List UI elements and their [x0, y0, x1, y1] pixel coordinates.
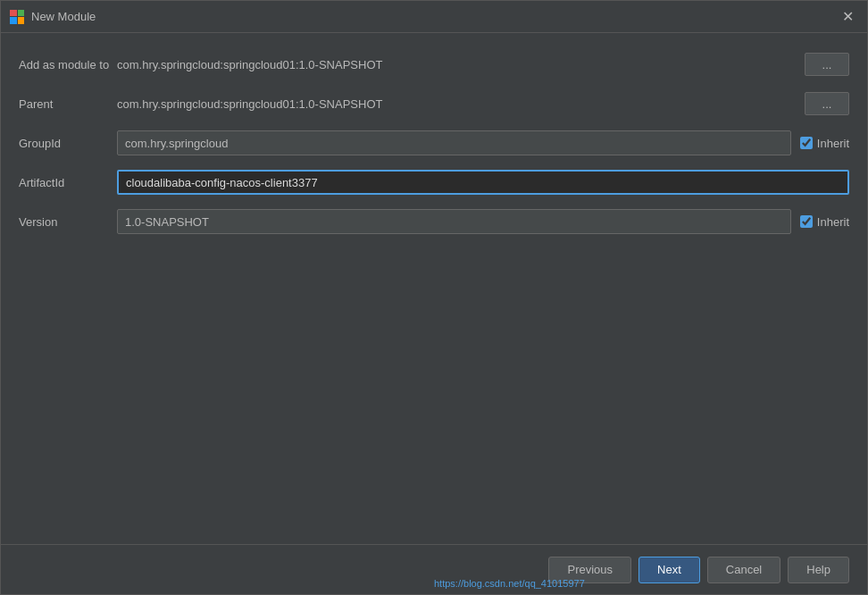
cancel-button[interactable]: Cancel [707, 557, 780, 583]
footer-link[interactable]: https://blog.csdn.net/qq_41015977 [434, 578, 585, 589]
content-spacer [19, 247, 849, 544]
group-id-inherit-label: Inherit [817, 137, 849, 150]
add-module-value: com.hry.springcloud:springcloud01:1.0-SN… [117, 58, 796, 71]
version-inherit-label: Inherit [817, 215, 849, 229]
version-input-container: Inherit [117, 209, 849, 234]
artifact-id-row: ArtifactId [19, 169, 849, 196]
artifact-id-label: ArtifactId [19, 176, 117, 189]
version-label: Version [19, 215, 117, 229]
footer: https://blog.csdn.net/qq_41015977 Previo… [1, 544, 867, 594]
add-module-value-container: com.hry.springcloud:springcloud01:1.0-SN… [117, 53, 849, 76]
add-module-label: Add as module to [19, 58, 117, 71]
parent-row: Parent com.hry.springcloud:springcloud01… [19, 90, 849, 117]
group-id-inherit-checkbox[interactable] [800, 137, 813, 149]
close-button[interactable]: ✕ [837, 6, 858, 28]
version-input[interactable] [117, 209, 791, 234]
artifact-id-input[interactable] [117, 170, 849, 195]
version-inherit-checkbox[interactable] [800, 215, 813, 228]
window: New Module ✕ Add as module to com.hry.sp… [0, 0, 868, 595]
group-id-row: GroupId Inherit [19, 130, 849, 156]
group-id-input-container: Inherit [117, 130, 849, 155]
help-button[interactable]: Help [788, 557, 849, 583]
version-inherit-row: Inherit [800, 215, 849, 229]
window-title: New Module [31, 10, 96, 23]
artifact-id-input-container [117, 170, 849, 195]
add-module-browse-button[interactable]: ... [805, 53, 849, 76]
module-icon [10, 10, 24, 24]
group-id-input[interactable] [117, 130, 791, 155]
close-icon: ✕ [842, 8, 854, 25]
add-module-row: Add as module to com.hry.springcloud:spr… [19, 51, 849, 78]
parent-value: com.hry.springcloud:springcloud01:1.0-SN… [117, 97, 796, 111]
form-area: Add as module to com.hry.springcloud:spr… [19, 51, 849, 247]
title-bar-left: New Module [10, 10, 96, 24]
group-id-label: GroupId [19, 137, 117, 150]
parent-value-container: com.hry.springcloud:springcloud01:1.0-SN… [117, 92, 849, 115]
parent-browse-button[interactable]: ... [805, 92, 849, 115]
group-id-inherit-row: Inherit [800, 137, 849, 150]
parent-label: Parent [19, 97, 117, 111]
version-row: Version Inherit [19, 208, 849, 235]
title-bar: New Module ✕ [1, 1, 867, 33]
next-button[interactable]: Next [638, 557, 700, 583]
dialog-content: Add as module to com.hry.springcloud:spr… [1, 33, 867, 544]
